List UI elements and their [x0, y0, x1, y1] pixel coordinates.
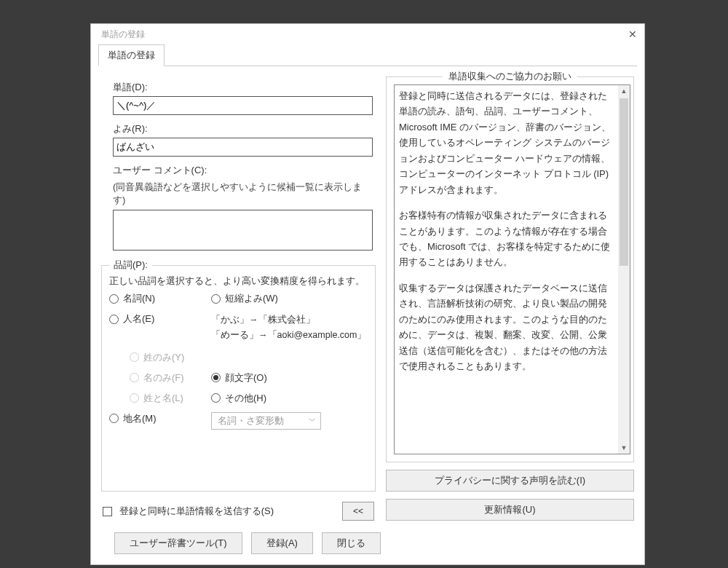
radio-icon — [109, 294, 119, 304]
body: 単語(D): よみ(R): ユーザー コメント(C): (同音異義語などを選択し… — [91, 66, 644, 526]
pos-radio-grid: 名詞(N) 短縮よみ(W) 人名(E) 「かぶ」→「株式会社」 「めーる」→「a… — [109, 292, 368, 430]
radio-label: 姓と名(L) — [143, 392, 183, 405]
radio-icon — [130, 393, 139, 403]
radio-icon — [109, 414, 119, 423]
window-title: 単語の登録 — [101, 28, 145, 41]
word-register-dialog: 単語の登録 ✕ 単語の登録 単語(D): よみ(R): ユーザー コメント(C)… — [90, 23, 645, 565]
radio-surname-only: 姓のみ(Y) — [130, 351, 211, 364]
example-line: 「めーる」→「aoki@example.com」 — [211, 328, 368, 343]
info-title: 単語収集へのご協力のお願い — [443, 70, 577, 83]
scroll-down-icon[interactable]: ▼ — [618, 442, 630, 454]
tab-row: 単語の登録 — [91, 44, 644, 66]
info-para-2: お客様特有の情報が収集されたデータに含まれることがあります。このような情報が存在… — [399, 208, 615, 270]
comment-label: ユーザー コメント(C): — [113, 164, 376, 177]
radio-given-only: 名のみ(F) — [130, 371, 211, 384]
scrollbar[interactable]: ▲ ▼ — [618, 85, 630, 454]
radio-label: 顔文字(O) — [225, 371, 267, 384]
tab-word-register[interactable]: 単語の登録 — [98, 44, 165, 66]
reading-label: よみ(R): — [113, 122, 376, 135]
radio-icon — [211, 373, 221, 382]
close-button[interactable]: 閉じる — [322, 532, 381, 554]
comment-input[interactable] — [113, 210, 373, 251]
radio-label: 姓のみ(Y) — [143, 351, 184, 364]
pos-group-title: 品詞(P): — [109, 259, 152, 272]
short-examples: 「かぶ」→「株式会社」 「めーる」→「aoki@example.com」 — [211, 312, 368, 344]
radio-kaomoji[interactable]: 顔文字(O) — [211, 371, 368, 384]
radio-icon — [130, 373, 139, 382]
scroll-thumb[interactable] — [620, 98, 628, 266]
pos-hint: 正しい品詞を選択すると、より高い変換精度を得られます。 — [109, 275, 368, 288]
info-text: 登録と同時に送信されるデータには、登録された単語の読み、語句、品詞、ユーザーコメ… — [394, 84, 630, 454]
privacy-button[interactable]: プライバシーに関する声明を読む(I) — [386, 470, 634, 492]
info-para-3: 収集するデータは保護されたデータベースに送信され、言語解析技術の研究、より良い製… — [399, 280, 615, 374]
radio-shortread[interactable]: 短縮よみ(W) — [211, 292, 368, 305]
radio-label: 短縮よみ(W) — [225, 292, 278, 305]
radio-place[interactable]: 地名(M) — [109, 412, 211, 425]
radio-label: その他(H) — [225, 392, 266, 405]
dropdown-value: 名詞・さ変形動 — [218, 414, 284, 427]
send-row: 登録と同時に単語情報を送信する(S) << — [101, 502, 376, 521]
right-column: 単語収集へのご協力のお願い 登録と同時に送信されるデータには、登録された単語の読… — [386, 76, 634, 521]
word-input[interactable] — [113, 96, 373, 115]
radio-icon — [211, 294, 221, 304]
close-icon[interactable]: ✕ — [620, 28, 637, 40]
scroll-up-icon[interactable]: ▲ — [618, 85, 630, 97]
radio-other[interactable]: その他(H) — [211, 392, 368, 405]
word-label: 単語(D): — [113, 81, 376, 94]
send-checkbox-wrap[interactable]: 登録と同時に単語情報を送信する(S) — [103, 505, 274, 518]
checkbox-icon — [103, 507, 112, 516]
radio-icon — [211, 393, 221, 403]
radio-label: 地名(M) — [123, 412, 157, 425]
register-button[interactable]: 登録(A) — [251, 532, 313, 554]
footer: ユーザー辞書ツール(T) 登録(A) 閉じる — [91, 526, 644, 564]
radio-label: 人名(E) — [123, 312, 154, 326]
dict-tool-button[interactable]: ユーザー辞書ツール(T) — [114, 532, 242, 554]
chevron-down-icon: ﹀ — [309, 416, 316, 426]
update-info-button[interactable]: 更新情報(U) — [386, 499, 634, 521]
reading-input[interactable] — [113, 138, 373, 157]
left-column: 単語(D): よみ(R): ユーザー コメント(C): (同音異義語などを選択し… — [101, 76, 376, 521]
radio-label: 名のみ(F) — [143, 371, 184, 384]
radio-label: 名詞(N) — [123, 292, 155, 305]
collapse-button[interactable]: << — [342, 502, 374, 521]
example-line: 「かぶ」→「株式会社」 — [211, 312, 368, 328]
pos-group: 品詞(P): 正しい品詞を選択すると、より高い変換精度を得られます。 名詞(N)… — [101, 265, 376, 492]
radio-icon — [130, 352, 139, 362]
radio-icon — [109, 315, 119, 324]
titlebar: 単語の登録 ✕ — [91, 24, 644, 44]
info-para-1: 登録と同時に送信されるデータには、登録された単語の読み、語句、品詞、ユーザーコメ… — [399, 88, 615, 197]
comment-hint: (同音異義語などを選択しやすいように候補一覧に表示します) — [113, 181, 373, 207]
radio-personname[interactable]: 人名(E) — [109, 312, 211, 326]
radio-fullname: 姓と名(L) — [130, 392, 211, 405]
radio-noun[interactable]: 名詞(N) — [109, 292, 211, 305]
info-group: 単語収集へのご協力のお願い 登録と同時に送信されるデータには、登録された単語の読… — [386, 76, 634, 462]
other-dropdown[interactable]: 名詞・さ変形動 ﹀ — [211, 412, 321, 430]
send-checkbox-label: 登録と同時に単語情報を送信する(S) — [119, 505, 274, 516]
